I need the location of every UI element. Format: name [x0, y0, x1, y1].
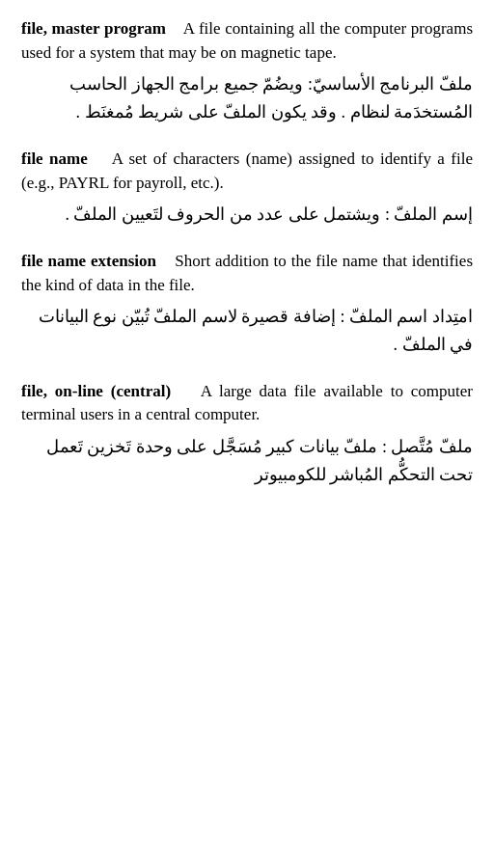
entry-en-file-master-program: file, master program A file containing a… [21, 17, 473, 65]
term-file-on-line-central: file, on-line (central) [21, 382, 171, 400]
entry-file-on-line-central: file, on-line (central) A large data fil… [21, 380, 473, 489]
term-file-master-program: file, master program [21, 19, 166, 38]
term-file-name: file name [21, 149, 88, 168]
definition-en-file-name: A set of characters (name) assigned to i… [21, 149, 473, 192]
entry-file-name: file name A set of characters (name) ass… [21, 148, 473, 229]
definition-ar-file-name: إسم الملفّ : ويشتمل على عدد من الحروف لت… [21, 201, 473, 229]
entry-en-file-on-line-central: file, on-line (central) A large data fil… [21, 380, 473, 427]
entry-en-file-name: file name A set of characters (name) ass… [21, 148, 473, 195]
definition-ar-file-name-extension: امتِداد اسم الملفّ : إضافة قصيرة لاسم ال… [21, 303, 473, 359]
entry-file-master-program: file, master program A file containing a… [21, 17, 473, 126]
entry-file-name-extension: file name extension Short addition to th… [21, 250, 473, 359]
term-file-name-extension: file name extension [21, 252, 156, 270]
definition-ar-file-on-line-central: ملفّ مُتَّصل : ملفّ بيانات كبير مُسَجَّل… [21, 433, 473, 489]
entry-en-file-name-extension: file name extension Short addition to th… [21, 250, 473, 297]
definition-ar-file-master-program: ملفّ البرنامج الأساسيّ: ويضُمّ جميع برام… [21, 70, 473, 126]
dictionary-page: file, master program A file containing a… [21, 17, 473, 489]
